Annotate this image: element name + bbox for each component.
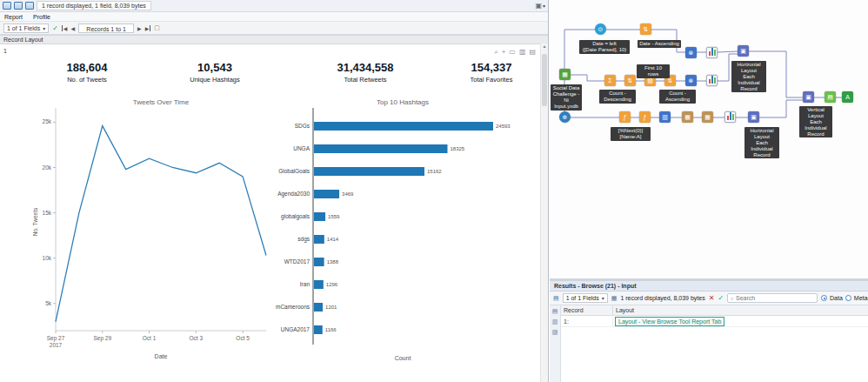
search-input[interactable] <box>736 295 814 301</box>
report-scrollbar[interactable]: ▲ <box>540 44 548 382</box>
results-panel: Results - Browse (21) - Input ▤ 1 of 1 F… <box>550 281 868 382</box>
tool-annotation[interactable]: HorizontalLayoutEachIndividualRecord <box>731 61 766 92</box>
config-icon[interactable]: ▤ <box>553 295 559 302</box>
results-fields-dropdown[interactable]: 1 of 1 Fields ▾ <box>563 293 608 303</box>
window-layout-icon[interactable] <box>25 2 34 10</box>
search-box[interactable]: ⌕ <box>727 293 818 303</box>
datetime-tool[interactable]: ⊙ <box>595 23 606 35</box>
formula-tool-2[interactable]: ƒ <box>639 111 651 123</box>
last-record-button[interactable]: ▶ <box>145 25 151 31</box>
annotation-line: [%Next(0)] <box>612 128 649 134</box>
layout-report-link[interactable]: Layout - View Browse Tool Report Tab <box>615 317 724 326</box>
popout-menu-button[interactable]: ▣▾ <box>535 2 545 10</box>
tool-annotation[interactable]: [%Next(0)][Name:A] <box>611 127 651 141</box>
summarize-tool[interactable]: Σ <box>604 75 616 86</box>
tool-annotation[interactable]: First 10 rows <box>637 64 670 78</box>
svg-text:globalgoals: globalgoals <box>281 213 310 220</box>
metadata-radio[interactable] <box>845 295 851 301</box>
kpi-tweets: 188,604 No. of Tweets <box>26 61 148 84</box>
layout-tool-1-icon: ▣ <box>740 48 746 55</box>
svg-text:Tweets Over Time: Tweets Over Time <box>133 98 190 106</box>
fields-dropdown[interactable]: 1 of 1 Fields ▾ <box>3 23 49 33</box>
chart-tool-1[interactable] <box>706 47 718 58</box>
tool-annotation[interactable]: VerticalLayoutEachIndividualRecord <box>799 106 832 137</box>
page-layout-icon[interactable]: ▭ <box>509 48 516 57</box>
tool-annotation[interactable]: Social DataChallenge - NiInput.yxdb <box>551 84 582 111</box>
pencil-icon[interactable]: ▨ <box>552 329 558 336</box>
layout-tool-2-icon: ▣ <box>751 114 757 121</box>
apply-check-icon[interactable]: ✓ <box>52 24 58 32</box>
sort-tool-1-icon: ⇅ <box>644 26 649 33</box>
next-record-button[interactable]: ▶ <box>137 25 142 31</box>
formula-tool-1[interactable]: ƒ <box>619 111 631 123</box>
data-radio-label[interactable]: Data <box>830 295 843 301</box>
annotation-line: Each <box>801 119 831 125</box>
column-header-record[interactable]: Record <box>561 305 613 315</box>
download-tool[interactable]: ⊕ <box>559 111 571 123</box>
tool-annotation[interactable]: Date = left([Date Parsed], 10) <box>579 40 630 54</box>
menu-profile[interactable]: Profile <box>33 14 50 20</box>
grid-icon[interactable]: ▥ <box>552 318 558 325</box>
first-record-button[interactable]: ◀ <box>62 25 68 31</box>
page-list-icon[interactable]: ▤ <box>529 48 536 57</box>
browse-toolbar: 1 of 1 Fields ▾ ✓ ◀ ◀ Records 1 to 1 ▶ ▶… <box>0 22 548 35</box>
workflow-canvas[interactable]: ⊙⇅▦Σ⇅▧⇅⊗⊗▣⊕ƒƒ▥▦▦▣▣▤ADate = left([Date Pa… <box>550 0 868 278</box>
search-icon: ⌕ <box>731 295 734 302</box>
layout-tool-2[interactable]: ▣ <box>748 111 759 123</box>
window-split-icon[interactable] <box>14 2 23 10</box>
table-tool-2[interactable]: ▦ <box>702 111 713 123</box>
results-toolbar: ▤ 1 of 1 Fields ▾ ▦ 1 record displayed, … <box>550 292 868 305</box>
tool-annotation[interactable]: Count -Ascending <box>659 90 696 104</box>
page-grid-icon[interactable]: ▥ <box>519 48 526 57</box>
window-dock-icon[interactable] <box>3 2 11 10</box>
cell-viewer-icon[interactable]: ▦ <box>611 295 618 302</box>
tool-annotation[interactable]: HorizontalLayoutEachIndividualRecord <box>744 127 779 158</box>
clear-icon[interactable]: ✕ <box>709 294 715 302</box>
select-tool[interactable]: ▥ <box>659 111 671 123</box>
svg-text:1296: 1296 <box>326 282 338 287</box>
tool-annotation[interactable]: Count -Descending <box>599 90 636 104</box>
output-logo-tool-icon: A <box>845 94 850 100</box>
new-window-icon[interactable]: ▢ <box>154 24 160 31</box>
browse-tab-title[interactable]: 1 record displayed, 1 field, 8,039 bytes <box>37 1 151 10</box>
annotation-line: First 10 rows <box>638 65 668 77</box>
record-number-cell: 1: <box>561 316 613 327</box>
chart-tool-3[interactable] <box>724 111 736 123</box>
data-radio[interactable] <box>821 295 827 301</box>
tool-annotation[interactable]: Date - Ascending <box>638 40 681 48</box>
mini-bar-icon <box>714 77 716 84</box>
prev-record-button[interactable]: ◀ <box>70 25 75 31</box>
select-tool-icon: ▥ <box>662 114 668 121</box>
annotation-line: Count - <box>601 90 634 97</box>
chart-tool-2[interactable] <box>706 75 718 86</box>
mini-bar-icon <box>709 79 711 84</box>
join-tool-2[interactable]: ⊗ <box>685 75 697 86</box>
svg-text:No. Tweets: No. Tweets <box>32 207 38 236</box>
input-data-tool[interactable]: ▦ <box>559 69 571 80</box>
svg-text:Top 10 Hashtags: Top 10 Hashtags <box>377 98 429 106</box>
render-tool[interactable]: ▤ <box>825 91 836 103</box>
scrollbar-thumb[interactable] <box>542 54 547 106</box>
kpi-value: 10,543 <box>154 61 276 74</box>
svg-text:UNGA2017: UNGA2017 <box>281 326 310 332</box>
layout-tool-vertical[interactable]: ▣ <box>803 91 814 103</box>
sort-tool-1[interactable]: ⇅ <box>640 23 651 35</box>
zoom-icon[interactable]: ⌕ <box>494 48 497 57</box>
join-tool-1[interactable]: ⊗ <box>685 47 697 58</box>
records-range-box[interactable]: Records 1 to 1 <box>78 23 134 33</box>
config-icon[interactable]: ▤ <box>552 308 558 315</box>
menu-report[interactable]: Report <box>4 14 23 20</box>
table-tool-1[interactable]: ▦ <box>682 111 693 123</box>
kpi-value: 31,434,558 <box>304 61 426 74</box>
sort-tool-2[interactable]: ⇅ <box>624 75 636 86</box>
apply-check-icon[interactable]: ✓ <box>718 294 724 302</box>
column-header-layout[interactable]: Layout <box>613 305 868 315</box>
scroll-up-icon[interactable]: ▲ <box>543 44 547 49</box>
metadata-radio-label[interactable]: Metadata <box>854 295 868 301</box>
annotation-line: Vertical <box>801 107 831 113</box>
svg-text:3469: 3469 <box>342 191 354 197</box>
output-logo-tool[interactable]: A <box>842 91 853 103</box>
annotation-line: Individual <box>801 125 831 131</box>
pan-icon[interactable]: + <box>502 48 506 57</box>
layout-tool-1[interactable]: ▣ <box>738 45 749 57</box>
